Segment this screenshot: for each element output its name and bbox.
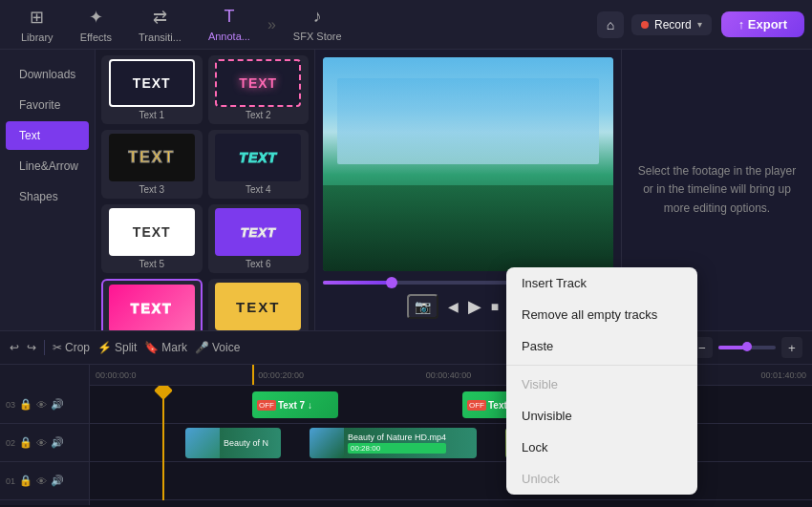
mark-button[interactable]: 🔖 Mark xyxy=(144,341,187,354)
ctx-unlock: Unlock xyxy=(506,463,697,495)
track-01-controls: 01 🔒 👁 🔊 xyxy=(0,462,89,500)
redo-icon: ↪ xyxy=(27,341,36,354)
ruler-mark-4: 00:01:40:00 xyxy=(760,370,806,380)
text-style-8[interactable]: TEXT Text 8 xyxy=(208,279,310,330)
context-menu: Insert Track Remove all empty tracks Pas… xyxy=(506,267,697,495)
nav-library[interactable]: ⊞ Library xyxy=(8,3,67,47)
text-style-2-label: Text 2 xyxy=(246,110,271,120)
track-03-audio-icon[interactable]: 🔊 xyxy=(51,398,64,411)
record-dot-icon xyxy=(641,21,649,29)
voice-button[interactable]: 🎤 Voice xyxy=(195,341,240,354)
crop-button[interactable]: ✂ Crop xyxy=(53,341,90,354)
track-02-audio-icon[interactable]: 🔊 xyxy=(51,436,64,449)
record-button[interactable]: Record ▾ xyxy=(631,14,712,35)
track-02-controls: 02 🔒 👁 🔊 xyxy=(0,424,89,462)
time-ruler: 00:00:00:0 00:00:20:00 00:00:40:00 00:01… xyxy=(90,365,812,386)
camera-button[interactable]: 📷 xyxy=(407,294,438,319)
ruler-mark-1: 00:00:20:00 xyxy=(258,370,304,380)
text-style-3[interactable]: TEXT Text 3 xyxy=(101,130,203,199)
play-button[interactable]: ▶ xyxy=(468,296,481,317)
nav-annotations[interactable]: T Annota... xyxy=(195,3,264,46)
clip-2-thumb xyxy=(310,428,344,458)
nav-sfx[interactable]: ♪ SFX Store xyxy=(280,3,355,46)
ruler-mark-0: 00:00:00:0 xyxy=(96,370,137,380)
ctx-insert-track[interactable]: Insert Track xyxy=(506,267,697,299)
mark-icon: 🔖 xyxy=(144,341,159,354)
transitions-icon: ⇄ xyxy=(153,7,167,28)
progress-bar[interactable] xyxy=(323,281,521,285)
clip-2-info: Beauty of Nature HD.mp4 00:28:00 xyxy=(344,433,450,454)
track-01-row xyxy=(90,462,812,500)
clip-2-label: Beauty of Nature HD.mp4 xyxy=(348,433,446,442)
annotation-panel: TEXT Text 1 TEXT Text 2 TEXT Text 3 xyxy=(96,50,315,330)
export-button[interactable]: ↑ Export xyxy=(721,11,804,37)
text-clip-7a[interactable]: OFF Text 7 ↓ xyxy=(252,391,338,418)
ctx-paste[interactable]: Paste xyxy=(506,330,697,362)
voice-icon: 🎤 xyxy=(195,341,209,354)
track-03-controls: 03 🔒 👁 🔊 xyxy=(0,386,89,424)
text-style-2[interactable]: TEXT Text 2 xyxy=(208,55,310,124)
home-button[interactable]: ⌂ xyxy=(597,11,624,38)
redo-button[interactable]: ↪ xyxy=(27,341,36,354)
text-style-5[interactable]: TEXT Text 5 xyxy=(101,204,203,273)
effects-icon: ✦ xyxy=(89,7,103,28)
track-03-eye-icon[interactable]: 👁 xyxy=(36,399,47,411)
sfx-icon: ♪ xyxy=(313,7,322,27)
clip-7b-tag: OFF xyxy=(467,400,486,411)
ctx-lock[interactable]: Lock xyxy=(506,432,697,463)
track-03-row: OFF Text 7 ↓ OFF Text 7 xyxy=(90,386,812,424)
track-02-eye-icon[interactable]: 👁 xyxy=(36,437,47,449)
text-style-grid: TEXT Text 1 TEXT Text 2 TEXT Text 3 xyxy=(101,55,309,330)
upload-icon: ↑ xyxy=(738,17,748,32)
text-style-1[interactable]: TEXT Text 1 xyxy=(101,55,203,124)
video-player[interactable] xyxy=(323,57,613,271)
text-style-4[interactable]: TEXT Text 4 xyxy=(208,130,310,199)
track-01-audio-icon[interactable]: 🔊 xyxy=(51,475,64,487)
text-style-1-label: Text 1 xyxy=(139,110,164,120)
nav-more-icon: » xyxy=(267,16,276,33)
track-02-lock-icon[interactable]: 🔒 xyxy=(19,436,32,449)
sidebar-item-text[interactable]: Text xyxy=(6,121,89,150)
stop-button[interactable]: ■ xyxy=(491,299,499,314)
ctx-divider-1 xyxy=(506,365,697,366)
zoom-in-button[interactable]: + xyxy=(781,337,802,358)
clip-7a-label: Text 7 ↓ xyxy=(278,400,312,411)
video-clip-1[interactable]: Beauty of N xyxy=(185,428,281,458)
ruler-mark-2: 00:00:40:00 xyxy=(426,370,472,380)
ctx-remove-empty[interactable]: Remove all empty tracks xyxy=(506,299,697,330)
clip-7a-tag: OFF xyxy=(257,400,276,411)
track-03-lock-icon[interactable]: 🔒 xyxy=(19,398,32,411)
track-02-row: Beauty of N Beauty of Nature HD.mp4 00:2… xyxy=(90,424,812,462)
top-navigation: ⊞ Library ✦ Effects ⇄ Transiti... T Anno… xyxy=(0,0,812,50)
text-style-6-label: Text 6 xyxy=(246,259,271,269)
clip-1-thumb xyxy=(185,428,220,458)
text-style-7[interactable]: TEXT Text 7 xyxy=(101,279,203,330)
ruler-marks: 00:00:00:0 00:00:20:00 00:00:40:00 00:01… xyxy=(96,370,806,380)
zoom-track[interactable] xyxy=(718,346,776,349)
sidebar-item-shapes[interactable]: Shapes xyxy=(6,182,89,211)
ctx-visible: Visible xyxy=(506,369,697,400)
undo-icon: ↩ xyxy=(10,341,19,354)
text-style-3-label: Text 3 xyxy=(139,184,164,195)
text-style-6[interactable]: TEXT Text 6 xyxy=(208,204,310,273)
undo-button[interactable]: ↩ xyxy=(10,341,19,354)
nav-transitions[interactable]: ⇄ Transiti... xyxy=(125,3,195,47)
track-01-lock-icon[interactable]: 🔒 xyxy=(19,475,32,487)
ctx-unvisible[interactable]: Unvisible xyxy=(506,400,697,432)
text-style-4-label: Text 4 xyxy=(246,184,271,195)
track-content: OFF Text 7 ↓ OFF Text 7 Beauty of N xyxy=(90,386,812,505)
record-dropdown-icon: ▾ xyxy=(697,19,702,30)
crop-icon: ✂ xyxy=(53,341,62,354)
sidebar-item-favorite[interactable]: Favorite xyxy=(6,91,89,119)
track-01-eye-icon[interactable]: 👁 xyxy=(36,475,47,487)
text-style-5-label: Text 5 xyxy=(139,259,164,269)
sidebar: Downloads Favorite Text Line&Arrow Shape… xyxy=(0,50,96,330)
split-button[interactable]: ⚡ Split xyxy=(97,341,137,354)
video-clip-2[interactable]: Beauty of Nature HD.mp4 00:28:00 xyxy=(310,428,477,458)
nav-effects[interactable]: ✦ Effects xyxy=(67,3,125,47)
sidebar-item-downloads[interactable]: Downloads xyxy=(6,60,89,89)
rewind-button[interactable]: ◀ xyxy=(448,299,459,314)
sidebar-item-line-arrow[interactable]: Line&Arrow xyxy=(6,152,89,180)
track-controls: 03 🔒 👁 🔊 02 🔒 👁 🔊 01 🔒 👁 🔊 xyxy=(0,386,90,505)
split-icon: ⚡ xyxy=(97,341,112,354)
